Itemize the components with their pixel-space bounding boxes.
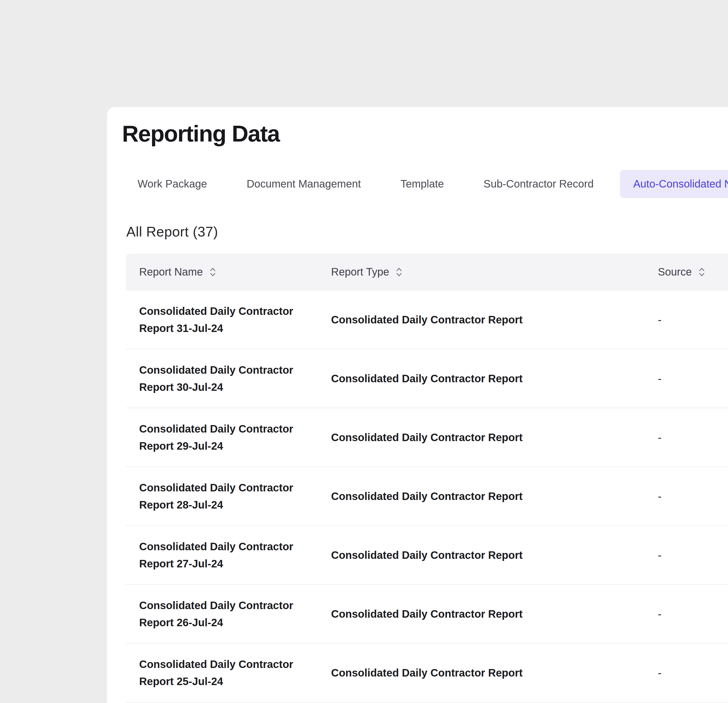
table-row[interactable]: Consolidated Daily Contractor Report 27-… [126, 526, 728, 585]
sort-icon[interactable] [395, 267, 403, 277]
table-row[interactable]: Consolidated Daily Contractor Report 25-… [126, 644, 728, 703]
column-header-report-type-label: Report Type [331, 266, 389, 278]
column-header-source-label: Source [658, 266, 692, 278]
report-source-cell: - [644, 605, 728, 622]
sort-icon[interactable] [698, 267, 706, 277]
tab-work-package[interactable]: Work Package [124, 170, 220, 198]
table-header-row: Report Name Report Type Source [126, 254, 728, 291]
tab-sub-contractor-record[interactable]: Sub-Contractor Record [470, 170, 607, 198]
report-type-cell: Consolidated Daily Contractor Report [318, 546, 644, 564]
report-source-cell: - [644, 429, 728, 446]
report-name-cell: Consolidated Daily Contractor Report 28-… [126, 479, 318, 513]
column-header-report-type[interactable]: Report Type [318, 266, 644, 278]
report-type-cell: Consolidated Daily Contractor Report [318, 311, 644, 328]
report-source-cell: - [644, 370, 728, 387]
report-source-cell: - [644, 311, 728, 328]
tab-auto-consolidated[interactable]: Auto-Consolidated N [620, 170, 728, 198]
report-name-cell: Consolidated Daily Contractor Report 29-… [126, 420, 318, 454]
table-row[interactable]: Consolidated Daily Contractor Report 26-… [126, 585, 728, 644]
table-row[interactable]: Consolidated Daily Contractor Report 30-… [126, 349, 728, 408]
reporting-data-card: Reporting Data Work Package Document Man… [107, 107, 728, 703]
report-name-cell: Consolidated Daily Contractor Report 25-… [126, 655, 318, 690]
column-header-report-name-label: Report Name [139, 266, 203, 278]
report-source-cell: - [644, 664, 728, 681]
report-type-cell: Consolidated Daily Contractor Report [318, 664, 644, 681]
page-title: Reporting Data [122, 121, 728, 146]
report-source-cell: - [644, 488, 728, 505]
report-type-cell: Consolidated Daily Contractor Report [318, 429, 644, 446]
report-name-cell: Consolidated Daily Contractor Report 26-… [126, 597, 318, 631]
sort-icon[interactable] [209, 267, 217, 277]
table-row[interactable]: Consolidated Daily Contractor Report 28-… [126, 467, 728, 526]
table-row[interactable]: Consolidated Daily Contractor Report 29-… [126, 408, 728, 467]
report-name-cell: Consolidated Daily Contractor Report 31-… [126, 303, 318, 337]
report-type-cell: Consolidated Daily Contractor Report [318, 605, 644, 622]
section-heading: All Report (37) [126, 224, 728, 240]
tab-document-management[interactable]: Document Management [233, 170, 374, 198]
report-type-cell: Consolidated Daily Contractor Report [318, 370, 644, 387]
column-header-source[interactable]: Source [644, 266, 728, 278]
column-header-report-name[interactable]: Report Name [126, 266, 318, 278]
tab-bar: Work Package Document Management Templat… [124, 170, 728, 198]
reports-table: Report Name Report Type Source [126, 254, 728, 703]
tab-template[interactable]: Template [387, 170, 457, 198]
report-name-cell: Consolidated Daily Contractor Report 30-… [126, 362, 318, 396]
report-source-cell: - [644, 546, 728, 564]
report-type-cell: Consolidated Daily Contractor Report [318, 488, 644, 505]
report-name-cell: Consolidated Daily Contractor Report 27-… [126, 538, 318, 572]
table-row[interactable]: Consolidated Daily Contractor Report 31-… [126, 291, 728, 349]
